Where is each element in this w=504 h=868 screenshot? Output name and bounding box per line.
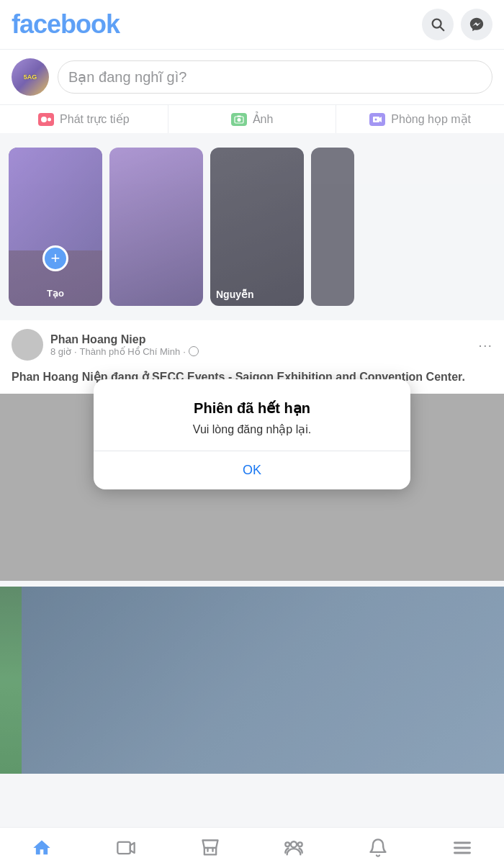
dialog-message: Vui lòng đăng nhập lại. bbox=[117, 422, 387, 436]
dialog-title: Phiên đã hết hạn bbox=[117, 399, 387, 417]
dialog-ok-button[interactable]: OK bbox=[94, 451, 410, 489]
session-expired-dialog: Phiên đã hết hạn Vui lòng đăng nhập lại.… bbox=[94, 379, 410, 489]
session-expired-overlay: Phiên đã hết hạn Vui lòng đăng nhập lại.… bbox=[0, 0, 504, 868]
dialog-actions: OK bbox=[94, 451, 410, 489]
dialog-body: Phiên đã hết hạn Vui lòng đăng nhập lại. bbox=[94, 379, 410, 451]
